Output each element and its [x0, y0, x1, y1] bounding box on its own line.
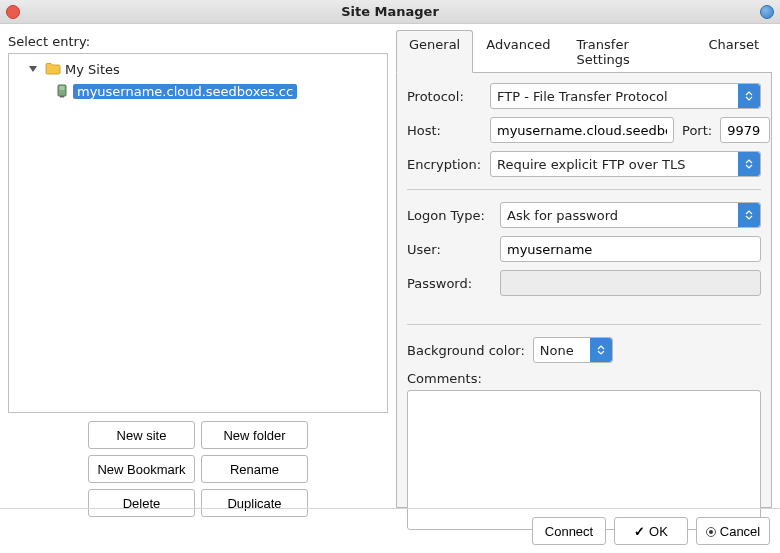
new-folder-button[interactable]: New folder [201, 421, 308, 449]
divider [407, 189, 761, 190]
password-input [500, 270, 761, 296]
right-pane: General Advanced Transfer Settings Chars… [396, 30, 772, 508]
footer: Connect ✓OK Cancel [0, 508, 780, 553]
check-icon: ✓ [634, 524, 645, 539]
site-buttons-grid: New site New folder New Bookmark Rename … [8, 421, 388, 517]
tab-general[interactable]: General [396, 30, 473, 73]
tab-panel-general: Protocol: FTP - File Transfer Protocol H… [396, 73, 772, 508]
tab-charset[interactable]: Charset [696, 30, 773, 73]
tree-site-label: myusername.cloud.seedboxes.cc [73, 84, 297, 99]
host-input[interactable] [490, 117, 674, 143]
folder-icon [45, 61, 61, 77]
site-tree[interactable]: My Sites myusername.cloud.seedboxes.cc [8, 53, 388, 413]
user-input[interactable] [500, 236, 761, 262]
tree-site-row[interactable]: myusername.cloud.seedboxes.cc [9, 80, 387, 102]
rename-button[interactable]: Rename [201, 455, 308, 483]
window-title: Site Manager [0, 4, 780, 19]
divider [407, 324, 761, 325]
bg-color-label: Background color: [407, 343, 525, 358]
tree-root-label: My Sites [65, 62, 120, 77]
host-label: Host: [407, 123, 482, 138]
svg-rect-1 [60, 87, 65, 88]
cancel-button[interactable]: Cancel [696, 517, 770, 545]
radio-icon [706, 527, 716, 537]
server-icon [55, 84, 69, 98]
new-bookmark-button[interactable]: New Bookmark [88, 455, 195, 483]
bg-color-select[interactable]: None [533, 337, 613, 363]
ok-label: OK [649, 524, 668, 539]
encryption-select[interactable]: Require explicit FTP over TLS [490, 151, 761, 177]
protocol-label: Protocol: [407, 89, 482, 104]
tab-transfer-settings[interactable]: Transfer Settings [563, 30, 695, 73]
tab-advanced[interactable]: Advanced [473, 30, 563, 73]
port-label: Port: [682, 123, 712, 138]
logon-type-value: Ask for password [507, 208, 618, 223]
protocol-select[interactable]: FTP - File Transfer Protocol [490, 83, 761, 109]
left-pane: Select entry: My Sites [8, 30, 388, 508]
comments-label: Comments: [407, 371, 761, 386]
chevron-down-icon[interactable] [29, 66, 37, 72]
encryption-label: Encryption: [407, 157, 482, 172]
titlebar: Site Manager [0, 0, 780, 24]
tree-root-row[interactable]: My Sites [9, 58, 387, 80]
tab-bar: General Advanced Transfer Settings Chars… [396, 30, 772, 73]
new-site-button[interactable]: New site [88, 421, 195, 449]
logon-type-select[interactable]: Ask for password [500, 202, 761, 228]
user-label: User: [407, 242, 492, 257]
port-input[interactable] [720, 117, 770, 143]
protocol-value: FTP - File Transfer Protocol [497, 89, 668, 104]
updown-icon [738, 152, 760, 176]
bg-color-value: None [540, 343, 574, 358]
svg-rect-3 [60, 96, 64, 98]
cancel-label: Cancel [720, 524, 760, 539]
connect-button[interactable]: Connect [532, 517, 606, 545]
updown-icon [738, 84, 760, 108]
ok-button[interactable]: ✓OK [614, 517, 688, 545]
logon-type-label: Logon Type: [407, 208, 492, 223]
password-label: Password: [407, 276, 492, 291]
select-entry-label: Select entry: [8, 34, 388, 49]
updown-icon [738, 203, 760, 227]
encryption-value: Require explicit FTP over TLS [497, 157, 685, 172]
updown-icon [590, 338, 612, 362]
svg-rect-2 [60, 89, 65, 90]
